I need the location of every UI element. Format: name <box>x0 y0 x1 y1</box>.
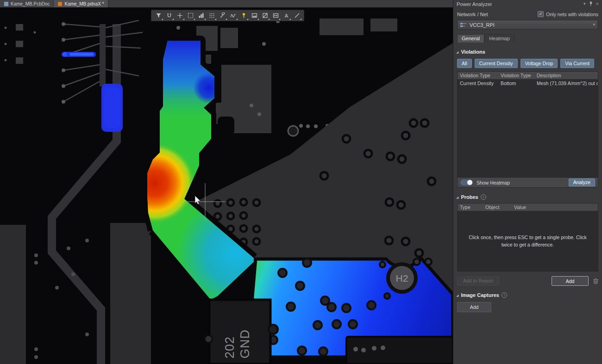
tab-heatmap[interactable]: Heatmap <box>484 34 514 43</box>
filter-all-button[interactable]: All <box>457 59 472 68</box>
tab-pdnax-label: Kame_MB.pdnaX * <box>64 1 104 6</box>
col-description[interactable]: Description <box>534 73 598 78</box>
text-icon[interactable]: A <box>281 11 291 20</box>
move-icon[interactable] <box>175 11 185 20</box>
filter-via-current-button[interactable]: Via Current <box>560 59 594 68</box>
probes-title: Probes <box>461 194 478 200</box>
add-image-capture-button[interactable]: Add <box>457 302 491 312</box>
tab-pcbdoc-label: Kame_MB.PcbDoc <box>11 1 50 6</box>
document-tabbar: Kame_MB.PcbDoc Kame_MB.pdnaX * <box>0 0 453 7</box>
tab-pcbdoc[interactable]: Kame_MB.PcbDoc <box>0 0 54 7</box>
image-captures-title: Image Captures <box>461 292 499 298</box>
chart-icon[interactable] <box>196 11 206 20</box>
panel-menu-icon[interactable]: ▾ <box>583 2 586 6</box>
application-window: 202 GND H2 Kame_MB.PcbDoc Kame_MB.pdnaX <box>0 0 602 364</box>
panel-header: Power Analyzer ▾ × <box>453 0 602 8</box>
col-violation-type-2[interactable]: Violation Type <box>498 73 534 78</box>
select-icon[interactable] <box>185 11 195 20</box>
violations-table-body: Current Density Bottom Mesh (71.039 A/mm… <box>458 79 598 177</box>
info-icon[interactable]: ? <box>502 292 507 298</box>
svg-text:A: A <box>284 13 288 19</box>
hole-label: H2 <box>396 273 408 284</box>
show-heatmap-label: Show Heatmap <box>477 180 569 185</box>
image-icon[interactable] <box>249 11 259 20</box>
analyze-button[interactable]: Analyze <box>569 179 595 186</box>
show-heatmap-toggle[interactable] <box>460 179 473 185</box>
heatmap-pour-blue <box>252 258 453 364</box>
info-icon[interactable]: ? <box>481 194 486 200</box>
dimension-icon[interactable] <box>270 11 281 20</box>
add-to-report-button[interactable]: Add to Report <box>457 277 499 285</box>
col-type[interactable]: Type <box>458 204 483 210</box>
violations-table: Violation Type Violation Type Descriptio… <box>457 71 598 188</box>
close-icon[interactable]: × <box>596 1 599 6</box>
violations-section-header[interactable]: ◢ Violations <box>456 49 599 55</box>
col-violation-type[interactable]: Violation Type <box>458 73 498 78</box>
pcb-canvas[interactable]: 202 GND H2 <box>0 0 453 364</box>
heatmap-control-row: Show Heatmap Analyze <box>458 177 598 187</box>
checkbox-check-icon: ✓ <box>538 11 544 17</box>
net-dropdown-arrow-icon: ▾ <box>593 23 595 27</box>
only-violations-label: Only nets with violations <box>546 12 598 17</box>
filter-current-density-button[interactable]: Current Density <box>475 59 518 68</box>
component-net-label: GND <box>238 329 252 358</box>
tab-general[interactable]: General <box>457 34 484 43</box>
tab-pdnax[interactable]: Kame_MB.pdnaX * <box>54 0 108 7</box>
probes-section-header[interactable]: ◢ Probes ? <box>456 194 599 200</box>
panel-title: Power Analyzer <box>457 1 580 7</box>
pin-icon[interactable] <box>589 1 593 7</box>
pcb-doc-icon <box>4 1 9 6</box>
power-analyzer-panel: Power Analyzer ▾ × Network / Net ✓ Only … <box>453 0 602 364</box>
add-probe-button[interactable]: Add <box>552 276 589 286</box>
violation-description-cell: Mesh (71.039 A/mm^2) out of limit <box>534 80 598 86</box>
component-202: 202 GND <box>205 300 278 364</box>
delete-probe-icon[interactable] <box>593 278 598 284</box>
network-row: Network / Net ✓ Only nets with violation… <box>457 11 598 17</box>
rect-diagonal-icon[interactable] <box>260 11 270 20</box>
net-selector-dropdown[interactable]: VCC3_RPI ▾ <box>457 20 598 30</box>
filter-icon[interactable] <box>153 11 163 20</box>
violations-title: Violations <box>461 49 485 55</box>
line-icon[interactable] <box>292 11 302 20</box>
violation-row[interactable]: Current Density Bottom Mesh (71.039 A/mm… <box>458 79 598 87</box>
col-object[interactable]: Object <box>483 204 512 210</box>
filter-voltage-drop-button[interactable]: Voltage Drop <box>520 59 558 68</box>
component-ref-label: 202 <box>223 336 237 358</box>
magnet-icon[interactable] <box>164 11 174 20</box>
violations-table-header: Violation Type Violation Type Descriptio… <box>458 72 598 79</box>
probes-table-header: Type Object Value <box>458 204 598 211</box>
probes-buttons-row: Add to Report Add <box>457 276 598 286</box>
violation-filters: All Current Density Voltage Drop Via Cur… <box>457 59 598 68</box>
collapse-arrow-icon: ◢ <box>456 294 458 297</box>
toggle-knob <box>467 180 472 185</box>
violation-layer-cell: Bottom <box>498 80 534 86</box>
only-violations-checkbox[interactable]: ✓ Only nets with violations <box>538 11 598 17</box>
net-selector-value: VCC3_RPI <box>470 22 590 28</box>
net-icon <box>460 23 467 27</box>
image-captures-section-header[interactable]: ◢ Image Captures ? <box>456 292 599 298</box>
analyzer-toolbar: A <box>151 10 304 21</box>
collapse-arrow-icon: ◢ <box>456 196 458 199</box>
mesh-icon[interactable] <box>207 11 217 20</box>
violation-type-cell: Current Density <box>458 80 498 86</box>
col-value[interactable]: Value <box>512 204 598 210</box>
panel-tabs: General Heatmap <box>457 34 598 43</box>
collapse-arrow-icon: ◢ <box>456 50 458 54</box>
probes-table: Type Object Value Click once, then press… <box>457 203 598 271</box>
probe-icon[interactable] <box>238 11 249 20</box>
wrench-icon[interactable] <box>217 11 227 20</box>
probes-empty-hint: Click once, then press ESC to get a sing… <box>458 211 598 271</box>
network-label: Network / Net <box>457 12 488 17</box>
measure-icon[interactable] <box>228 11 238 20</box>
pdna-doc-icon <box>57 1 63 6</box>
